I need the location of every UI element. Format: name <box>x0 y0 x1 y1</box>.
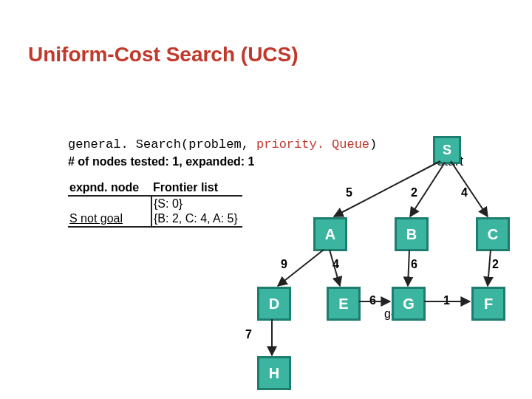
page-title: Uniform-Cost Search (UCS) <box>28 43 299 66</box>
col-header: expnd. node <box>68 180 151 196</box>
edge-weight: 6 <box>369 294 376 307</box>
table-cell: {B: 2, C: 4, A: 5} <box>151 211 242 227</box>
node-b: B <box>395 217 429 251</box>
edge-weight: 1 <box>443 294 450 307</box>
node-h: H <box>257 356 291 390</box>
edge-weight: 7 <box>245 328 252 341</box>
node-g: G <box>392 287 426 321</box>
node-e: E <box>327 287 361 321</box>
edge-weight: 9 <box>281 258 287 271</box>
node-a: A <box>313 217 347 251</box>
svg-line-2 <box>451 161 488 216</box>
table-cell: {S: 0} <box>151 196 242 211</box>
edge-weight: 6 <box>411 258 417 271</box>
table-cell: S not goal <box>68 211 151 227</box>
edge-weight: 4 <box>461 186 468 200</box>
node-d: D <box>257 287 291 321</box>
edge-weight: 4 <box>332 258 339 271</box>
edge-weight: 2 <box>411 186 417 200</box>
code-keyword: priority. Queue <box>256 137 369 151</box>
svg-line-5 <box>408 250 409 286</box>
edge-weight: 2 <box>492 258 499 271</box>
col-header: Frontier list <box>151 180 242 196</box>
code-text: general. Search(problem, <box>68 137 256 151</box>
svg-line-6 <box>488 250 491 286</box>
edge-weight: 5 <box>346 186 352 200</box>
code-line: general. Search(problem, priority. Queue… <box>68 137 377 151</box>
table-cell <box>68 196 151 211</box>
stats-line: # of nodes tested: 1, expanded: 1 <box>68 155 255 168</box>
node-f: F <box>471 287 505 321</box>
node-c: C <box>476 217 510 251</box>
code-text: ) <box>369 137 377 151</box>
node-s: S <box>433 136 461 164</box>
trace-table: expnd. node Frontier list {S: 0} S not g… <box>68 180 242 228</box>
